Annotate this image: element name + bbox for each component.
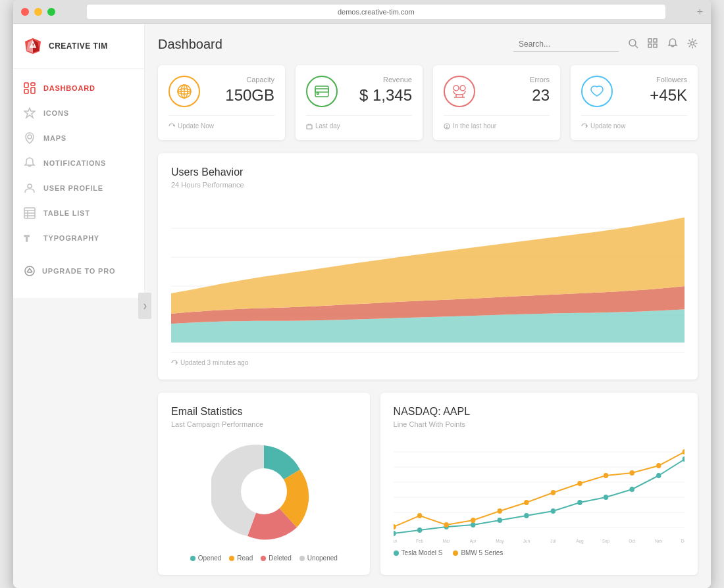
notifications-label: NOTIFICATIONS (43, 159, 106, 167)
users-behavior-subtitle: 24 Hours Performance (171, 181, 685, 189)
email-stats-title: Email Statistics (171, 406, 357, 418)
logo-icon (24, 37, 42, 55)
sidebar-item-dashboard[interactable]: DASHBOARD (13, 76, 144, 101)
svg-rect-6 (31, 83, 35, 86)
nasdaq-card: NASDAQ: AAPL Line Chart With Points (380, 393, 698, 575)
sidebar-item-typography[interactable]: T TYPOGRAPHY (13, 226, 144, 251)
icons-icon (24, 107, 36, 119)
svg-point-96 (577, 481, 582, 486)
svg-point-81 (497, 518, 502, 523)
sidebar-logo: CREATIVE TIM (13, 24, 144, 69)
upgrade-label: UPGRADE TO PRO (42, 267, 115, 275)
dashboard-label: DASHBOARD (43, 84, 95, 92)
sidebar-nav: DASHBOARD ICONS (13, 69, 144, 257)
svg-rect-7 (24, 89, 28, 93)
search-icon[interactable] (628, 38, 638, 51)
notifications-bell-icon[interactable] (667, 38, 678, 51)
svg-text:Dec: Dec (681, 539, 685, 543)
pie-legend: Opened Read Deleted Unopened (171, 554, 357, 562)
svg-point-99 (656, 463, 661, 468)
user-icon (24, 182, 36, 194)
notifications-icon (24, 157, 36, 169)
svg-point-89 (394, 524, 396, 529)
maps-icon (24, 132, 36, 144)
svg-text:Jan: Jan (394, 539, 397, 543)
svg-point-20 (629, 39, 636, 46)
stats-grid: Capacity 150GB Update Now (158, 65, 698, 140)
svg-point-90 (417, 513, 422, 518)
svg-point-26 (691, 41, 694, 45)
typography-icon: T (24, 232, 36, 244)
sidebar-item-maps[interactable]: MAPS (13, 126, 144, 151)
new-tab-button[interactable]: + (697, 6, 703, 18)
main-content: Dashboard (145, 24, 711, 588)
svg-point-37 (460, 86, 465, 91)
settings-icon[interactable] (687, 38, 698, 51)
svg-point-34 (317, 93, 319, 95)
revenue-label: Revenue (359, 76, 412, 84)
svg-rect-5 (24, 83, 28, 87)
users-behavior-title: Users Behavior (171, 166, 685, 178)
svg-rect-8 (31, 87, 35, 93)
legend-unopened: Unopened (299, 554, 338, 562)
errors-value: 23 (530, 86, 550, 105)
svg-text:Aug: Aug (576, 539, 584, 544)
nasdaq-subtitle: Line Chart With Points (394, 420, 685, 428)
url-bar[interactable]: demos.creative-tim.com (87, 5, 665, 19)
svg-point-83 (550, 508, 555, 514)
revenue-icon-wrap (306, 76, 338, 107)
pie-chart (171, 439, 357, 544)
legend-tesla: Tesla Model S (394, 549, 443, 556)
grid-icon[interactable] (648, 38, 658, 51)
svg-point-87 (656, 473, 661, 478)
stat-card-revenue: Revenue $ 1,345 Last day (296, 65, 423, 140)
nasdaq-legend: Tesla Model S BMW 5 Series (394, 549, 685, 556)
sidebar-item-icons[interactable]: ICONS (13, 101, 144, 126)
svg-text:May: May (496, 539, 504, 544)
search-input[interactable] (513, 37, 619, 52)
revenue-footer: Last day (306, 115, 412, 130)
svg-text:Feb: Feb (416, 539, 423, 543)
followers-value: +45K (650, 86, 687, 105)
minimize-button[interactable] (34, 8, 42, 16)
sidebar-collapse-button[interactable]: ❯ (138, 293, 151, 319)
capacity-value: 150GB (225, 86, 274, 105)
sidebar-item-table-list[interactable]: TABLE LIST (13, 201, 144, 226)
user-profile-label: USER PROFILE (43, 184, 103, 192)
svg-point-92 (471, 518, 475, 523)
svg-point-10 (28, 135, 32, 139)
svg-point-94 (524, 500, 529, 505)
svg-rect-22 (648, 39, 652, 42)
svg-text:Sep: Sep (602, 539, 609, 544)
logo-text: CREATIVE TIM (49, 41, 108, 51)
browser-chrome: demos.creative-tim.com + (13, 0, 711, 24)
close-button[interactable] (21, 8, 29, 16)
users-behavior-footer: Updated 3 minutes ago (171, 352, 685, 366)
email-stats-card: Email Statistics Last Campaign Performan… (158, 393, 370, 575)
maximize-button[interactable] (47, 8, 55, 16)
maps-label: MAPS (43, 134, 66, 142)
svg-rect-24 (648, 44, 652, 47)
upgrade-to-pro[interactable]: UPGRADE TO PRO (13, 257, 144, 285)
legend-read: Read (229, 554, 253, 562)
svg-point-82 (524, 513, 529, 518)
capacity-label: Capacity (225, 76, 274, 84)
svg-rect-23 (654, 39, 657, 42)
svg-text:Oct: Oct (629, 539, 635, 543)
sidebar-item-user-profile[interactable]: USER PROFILE (13, 176, 144, 201)
main-header: Dashboard (158, 37, 698, 52)
svg-text:Apr: Apr (469, 539, 477, 544)
nasdaq-title: NASDAQ: AAPL (394, 406, 685, 418)
sidebar-item-notifications[interactable]: NOTIFICATIONS (13, 151, 144, 176)
svg-rect-35 (307, 125, 312, 129)
svg-point-11 (28, 184, 32, 188)
bottom-grid: Email Statistics Last Campaign Performan… (158, 393, 698, 575)
legend-opened: Opened (190, 554, 222, 562)
table-list-label: TABLE LIST (43, 209, 90, 217)
svg-point-84 (577, 500, 582, 505)
svg-line-21 (635, 45, 638, 48)
svg-point-80 (471, 522, 475, 527)
sidebar: CREATIVE TIM DASHBOARD (13, 24, 145, 298)
svg-point-86 (629, 487, 634, 492)
dashboard-icon (24, 82, 36, 94)
